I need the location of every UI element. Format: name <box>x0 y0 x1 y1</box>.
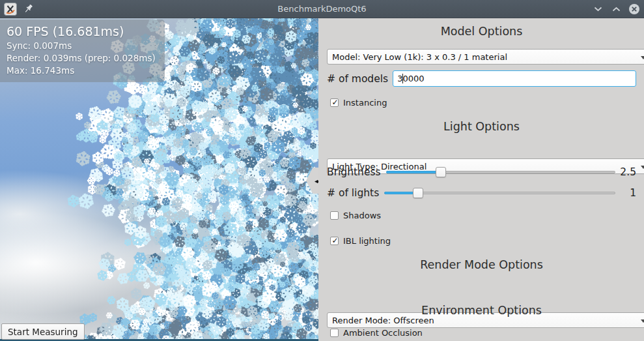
instancing-label: Instancing <box>343 98 387 108</box>
window-title: BenchmarkDemoQt6 <box>0 4 644 14</box>
ambient-occlusion-checkbox-row[interactable]: Ambient Occlusion <box>330 328 636 338</box>
dropdown-arrow-icon <box>641 319 644 323</box>
max-stat: Max: 16.743ms <box>7 65 156 77</box>
slider-fill <box>386 171 441 173</box>
num-lights-slider[interactable] <box>384 186 615 200</box>
environment-options-header: Environment Options <box>327 304 636 317</box>
circle-x-icon <box>628 3 640 15</box>
render-mode-options-header: Render Mode Options <box>327 258 636 271</box>
instancing-checkbox[interactable] <box>330 98 339 107</box>
brightness-value: 2.5 <box>618 166 636 178</box>
ibl-lighting-checkbox[interactable] <box>330 237 339 245</box>
num-models-row: # of models <box>327 70 636 87</box>
num-lights-value: 1 <box>618 187 636 199</box>
title-bar: BenchmarkDemoQt6 <box>0 0 644 18</box>
brightness-label: Brightness <box>327 166 381 178</box>
light-options-header: Light Options <box>327 120 636 133</box>
model-options-header: Model Options <box>327 25 636 38</box>
dropdown-arrow-icon <box>641 166 644 169</box>
slider-handle[interactable] <box>436 167 446 177</box>
close-button[interactable] <box>628 3 640 15</box>
3d-viewport[interactable]: 60 FPS (16.681ms) Sync: 0.007ms Render: … <box>0 18 318 341</box>
brightness-slider[interactable] <box>386 166 615 179</box>
ambient-occlusion-checkbox[interactable] <box>330 329 339 337</box>
model-select[interactable]: Model: Very Low (1k): 3 x 0.3 / 1 materi… <box>327 49 644 65</box>
app-window: BenchmarkDemoQt6 6 <box>0 0 644 341</box>
fps-value: 60 FPS (16.681ms) <box>7 23 156 40</box>
dropdown-arrow-icon <box>641 56 644 59</box>
maximize-button[interactable] <box>610 3 622 15</box>
shadows-checkbox-row[interactable]: Shadows <box>330 211 636 220</box>
brightness-row: Brightness 2.5 <box>327 166 636 179</box>
num-models-label: # of models <box>327 73 388 85</box>
slider-handle[interactable] <box>413 188 423 198</box>
fps-overlay: 60 FPS (16.681ms) Sync: 0.007ms Render: … <box>0 20 165 82</box>
instancing-checkbox-row[interactable]: Instancing <box>330 98 636 108</box>
chevron-up-icon <box>612 7 621 12</box>
start-measuring-button[interactable]: Start Measuring <box>1 323 85 340</box>
ibl-checkbox-row[interactable]: IBL lighting <box>330 236 636 246</box>
num-lights-row: # of lights 1 <box>327 186 636 200</box>
ambient-occlusion-label: Ambient Occlusion <box>343 328 423 338</box>
model-select-value: Model: Very Low (1k): 3 x 0.3 / 1 materi… <box>332 52 507 62</box>
shadows-checkbox[interactable] <box>330 211 339 220</box>
render-stat: Render: 0.039ms (prep: 0.028ms) <box>7 52 156 65</box>
sync-stat: Sync: 0.007ms <box>7 40 156 52</box>
minimize-button[interactable] <box>592 3 604 15</box>
chevron-down-icon <box>594 7 602 12</box>
pushpin-icon[interactable] <box>23 3 35 15</box>
shadows-label: Shadows <box>343 211 381 220</box>
num-models-input[interactable] <box>393 70 636 87</box>
ibl-lighting-label: IBL lighting <box>343 236 391 246</box>
app-logo-icon[interactable] <box>4 3 17 16</box>
num-lights-label: # of lights <box>327 187 379 199</box>
options-panel: Model Options Model: Very Low (1k): 3 x … <box>318 18 644 341</box>
